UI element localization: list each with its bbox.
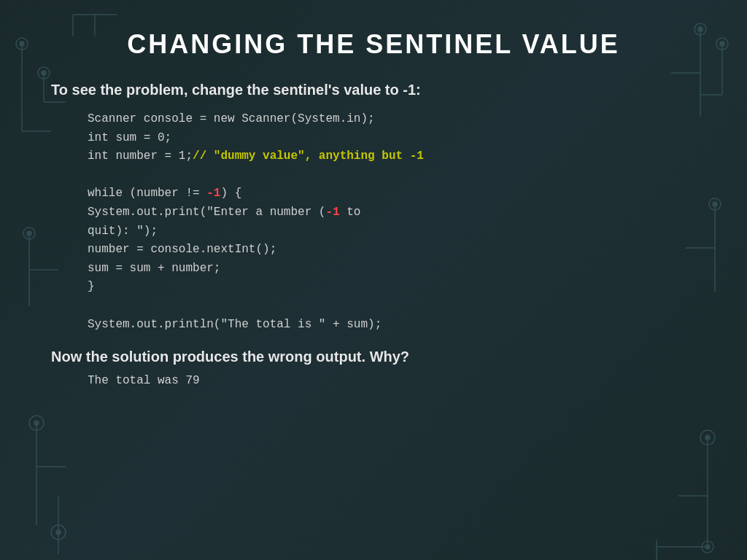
total-line: The total was 79 <box>88 374 703 387</box>
svg-point-10 <box>23 228 35 239</box>
code-line-5-prefix: while (number != <box>88 187 206 200</box>
svg-point-11 <box>27 231 31 236</box>
code-line-1: Scanner console = new Scanner(System.in)… <box>88 110 703 129</box>
svg-point-41 <box>705 545 710 549</box>
code-line-10: } <box>88 278 703 297</box>
code-line-3-comment: // "dummy value", anything but -1 <box>193 149 424 163</box>
svg-point-15 <box>34 421 39 425</box>
description-text: To see the problem, change the sentinel'… <box>51 82 703 98</box>
code-line-5: while (number != -1) { <box>88 184 703 203</box>
code-line-7-text: quit): "); <box>88 225 158 238</box>
code-line-9: sum = sum + number; <box>88 260 703 279</box>
bottom-description: Now the solution produces the wrong outp… <box>51 349 703 365</box>
svg-point-36 <box>700 430 715 445</box>
code-line-10-text: } <box>88 280 95 293</box>
slide: CHANGING THE SENTINEL VALUE To see the p… <box>0 0 747 560</box>
svg-point-32 <box>709 198 721 210</box>
code-line-8-text: number = console.nextInt(); <box>88 243 276 256</box>
svg-point-7 <box>42 71 46 75</box>
code-line-6-prefix: System.out.print("Enter a number ( <box>88 206 325 219</box>
svg-point-17 <box>51 525 66 540</box>
code-block: Scanner console = new Scanner(System.in)… <box>88 110 703 334</box>
code-line-6: System.out.print("Enter a number (-1 to <box>88 203 703 222</box>
code-line-2: int sum = 0; <box>88 129 703 148</box>
svg-point-33 <box>713 202 717 206</box>
code-line-9-text: sum = sum + number; <box>88 262 220 275</box>
svg-point-18 <box>56 530 61 534</box>
svg-point-2 <box>16 38 28 50</box>
code-line-11: System.out.println("The total is " + sum… <box>88 316 703 335</box>
code-line-5-sentinel: -1 <box>206 187 220 200</box>
svg-point-14 <box>29 416 44 430</box>
code-line-8: number = console.nextInt(); <box>88 241 703 260</box>
code-line-2-text: int sum = 0; <box>88 131 171 144</box>
code-line-5-suffix: ) { <box>220 187 241 200</box>
code-line-1-text: Scanner console = new Scanner(System.in)… <box>88 112 375 125</box>
code-line-3-prefix: int number = 1; <box>88 149 193 163</box>
slide-title: CHANGING THE SENTINEL VALUE <box>44 29 703 60</box>
svg-point-3 <box>20 42 24 46</box>
svg-point-6 <box>38 67 50 79</box>
svg-point-40 <box>702 541 713 553</box>
svg-point-28 <box>716 38 728 50</box>
code-line-7: quit): "); <box>88 222 703 241</box>
code-line-6-to: to <box>340 206 361 219</box>
code-line-3: int number = 1;// "dummy value", anythin… <box>88 147 703 166</box>
code-line-6-sentinel: -1 <box>325 206 339 219</box>
code-line-11-text: System.out.println("The total is " + sum… <box>88 318 382 331</box>
svg-point-29 <box>720 42 724 46</box>
svg-point-37 <box>705 435 710 440</box>
